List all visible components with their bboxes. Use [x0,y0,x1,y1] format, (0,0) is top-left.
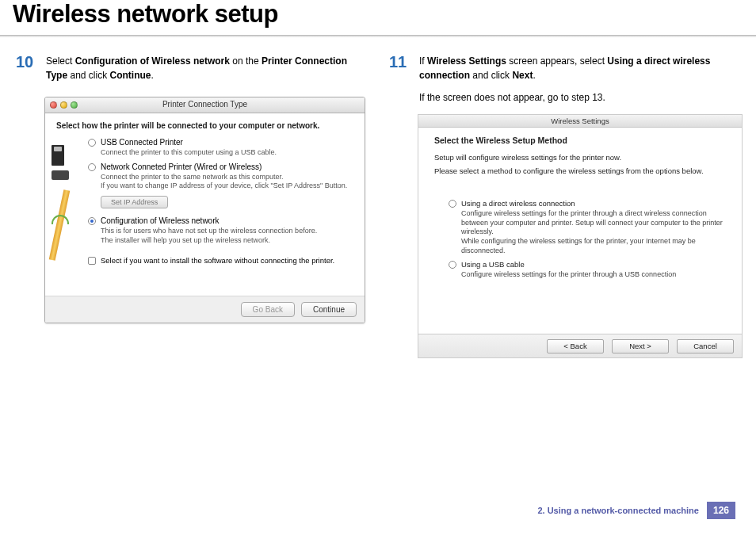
page-header: Wireless network setup [0,0,756,38]
option-usb-cable-label: Using a USB cable [461,260,525,269]
dialog-wireless-settings: Wireless Settings Select the Wireless Se… [418,114,743,358]
radio-direct-wireless[interactable] [449,200,456,208]
option-wireless-config-label: Configuration of Wireless network [101,216,220,225]
checkbox-label: Select if you want to install the softwa… [101,256,334,265]
option-network-desc: Connect the printer to the same network … [101,173,353,191]
column-left: 10 Select Configuration of Wireless netw… [16,54,365,358]
step-number-10: 10 [16,54,38,82]
column-right: 11 If Wireless Settings screen appears, … [389,54,743,358]
set-ip-address-button[interactable]: Set IP Address [101,196,168,208]
dialog1-side-icons [52,145,75,224]
option-network-label: Network Conneted Printer (Wired or Wirel… [101,162,262,171]
dialog1-heading: Select how the printer will be connected… [56,121,353,130]
option-wireless-config[interactable]: Configuration of Wireless network [88,216,353,225]
option-usb-cable-desc: Configure wireless settings for the prin… [461,270,726,280]
step-number-11: 11 [389,54,411,82]
dialog2-titlebar: Wireless Settings [418,115,742,128]
step-11: 11 If Wireless Settings screen appears, … [389,54,743,82]
option-network[interactable]: Network Conneted Printer (Wired or Wirel… [88,162,353,171]
option-install-without-connect[interactable]: Select if you want to install the softwa… [88,256,353,265]
step-10: 10 Select Configuration of Wireless netw… [16,54,365,82]
content-columns: 10 Select Configuration of Wireless netw… [0,38,756,358]
dialog1-titlebar: Printer Connection Type [45,97,365,113]
usb-icon [52,145,64,166]
step-10-text: Select Configuration of Wireless network… [46,54,365,82]
page-footer: 2. Using a network-connected machine 126 [537,502,735,519]
option-direct-wireless[interactable]: Using a direct wireless connection [449,199,726,208]
footer-chapter: 2. Using a network-connected machine [537,506,699,515]
dialog1-title: Printer Connection Type [45,100,365,109]
option-direct-wireless-desc: Configure wireless settings for the prin… [461,209,726,255]
network-printer-icon [52,170,69,180]
checkbox-install-without-connect[interactable] [88,257,96,265]
step-11-text: If Wireless Settings screen appears, sel… [419,54,743,82]
continue-button[interactable]: Continue [301,302,357,317]
option-wireless-config-desc: This is for users who have not set up th… [101,227,353,245]
radio-wireless-config[interactable] [88,217,96,225]
radio-network[interactable] [88,163,96,171]
dialog2-intro1: Setup will configure wireless settings f… [434,153,726,162]
header-underline [0,35,756,37]
pencil-icon [52,189,69,285]
dialog2-intro2: Please select a method to configure the … [434,166,726,175]
option-usb[interactable]: USB Connected Printer [88,138,353,147]
dialog1-footer: Go Back Continue [45,296,365,323]
dialog2-footer: < Back Next > Cancel [418,334,742,357]
cancel-button[interactable]: Cancel [677,339,734,353]
go-back-button[interactable]: Go Back [241,302,295,317]
dialog1-body: Select how the printer will be connected… [45,113,365,296]
wifi-icon [52,213,67,224]
back-button[interactable]: < Back [547,339,604,353]
page-number: 126 [707,502,735,519]
dialog2-body: Select the Wireless Setup Method Setup w… [418,128,742,334]
option-usb-label: USB Connected Printer [101,138,183,147]
option-usb-cable[interactable]: Using a USB cable [449,260,726,269]
radio-usb[interactable] [88,139,96,147]
dialog-printer-connection-type: Printer Connection Type Select how the p… [44,97,365,323]
next-button[interactable]: Next > [612,339,669,353]
option-direct-wireless-label: Using a direct wireless connection [461,199,575,208]
radio-usb-cable[interactable] [449,261,456,269]
option-usb-desc: Connect the printer to this computer usi… [101,148,353,158]
step-11-extra-text: If the screen does not appear, go to ste… [419,90,743,105]
dialog2-heading: Select the Wireless Setup Method [434,136,726,145]
page-title: Wireless network setup [13,0,278,29]
